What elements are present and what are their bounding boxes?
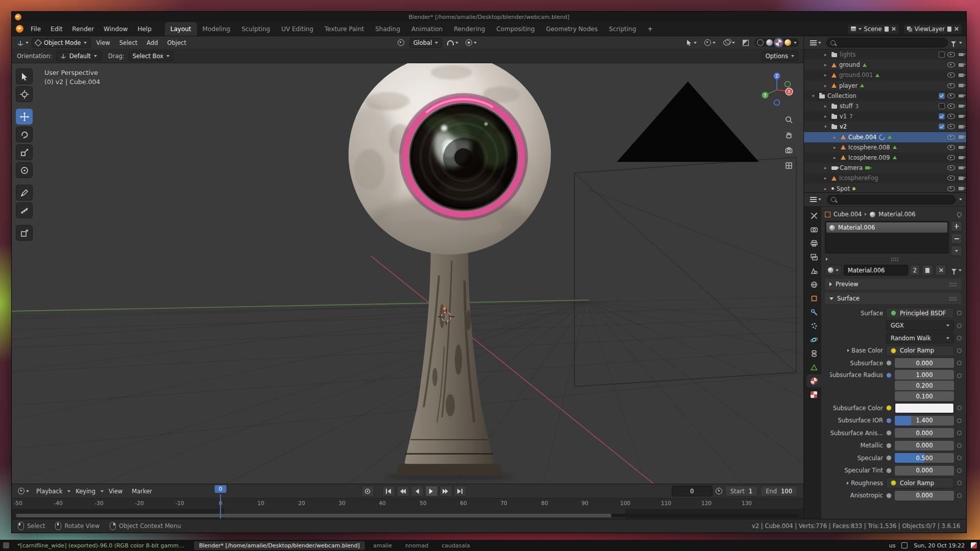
hide-icon[interactable] <box>947 93 955 98</box>
tab-output[interactable] <box>806 237 821 249</box>
pan-hand-icon[interactable] <box>785 131 793 139</box>
render-visibility-icon[interactable] <box>959 63 964 67</box>
selectability-dropdown[interactable] <box>684 38 699 47</box>
animate-dot[interactable] <box>957 493 962 498</box>
tab-animation[interactable]: Animation <box>406 22 448 36</box>
tool-measure[interactable] <box>16 203 33 218</box>
render-visibility-icon[interactable] <box>959 135 964 139</box>
outliner-search-input[interactable] <box>826 38 948 47</box>
navigation-gizmo[interactable]: Z Y X <box>757 70 796 109</box>
shading-material-button[interactable] <box>775 39 782 46</box>
jump-to-end-button[interactable] <box>454 486 467 496</box>
timeline-ruler[interactable]: -50 -40 -30 -20 -10 0 10 20 30 40 50 60 … <box>12 498 803 509</box>
subsurface-anisotropy-slider[interactable]: 0.000 <box>895 428 954 438</box>
tab-scene[interactable] <box>806 264 821 277</box>
animate-dot[interactable] <box>957 336 962 340</box>
expand-icon[interactable]: ▸ <box>824 52 829 57</box>
hide-icon[interactable] <box>947 72 955 78</box>
keyboard-layout-indicator[interactable]: us <box>889 542 896 549</box>
menu-marker[interactable]: Marker <box>128 486 156 496</box>
previous-keyframe-button[interactable] <box>397 486 409 496</box>
animate-dot[interactable] <box>957 468 962 473</box>
specular-tint-slider[interactable]: 0.000 <box>895 466 954 475</box>
outliner-row-stuff[interactable]: ▸stuff3 <box>804 101 966 111</box>
play-button[interactable] <box>425 486 438 496</box>
menu-object[interactable]: Object <box>163 38 190 48</box>
panel-surface[interactable]: Surface <box>825 293 962 304</box>
outliner-row-v2[interactable]: ▾v2 <box>804 121 966 132</box>
radius-z-field[interactable]: 0.100 <box>895 391 954 401</box>
pin-icon[interactable] <box>957 212 962 217</box>
value-socket-icon[interactable] <box>886 418 892 423</box>
outliner-row-spot[interactable]: ▸Spot <box>804 183 966 192</box>
tool-transform[interactable] <box>16 162 33 178</box>
tab-modifiers[interactable] <box>806 306 821 318</box>
expand-icon[interactable]: ▸ <box>834 155 838 160</box>
menu-select[interactable]: Select <box>115 38 141 48</box>
tab-compositing[interactable]: Compositing <box>491 22 540 36</box>
editor-type-button[interactable] <box>15 38 31 47</box>
properties-editor-type-button[interactable] <box>808 196 823 203</box>
properties-search-input[interactable] <box>827 195 955 205</box>
hide-icon[interactable] <box>947 62 955 67</box>
radius-y-field[interactable]: 0.200 <box>895 381 954 390</box>
expand-icon[interactable]: ▸ <box>824 72 829 78</box>
axis-neg-z-handle[interactable] <box>774 100 780 106</box>
copy-material-button[interactable] <box>922 265 933 276</box>
subsurface-method-dropdown[interactable]: Random Walk <box>886 333 954 343</box>
value-socket-icon[interactable] <box>886 493 892 498</box>
tab-uv-editing[interactable]: UV Editing <box>276 22 319 36</box>
tab-material[interactable] <box>806 374 821 387</box>
material-slot-active[interactable]: Material.006 <box>826 222 947 233</box>
window-titlebar[interactable]: Blender* [/home/amalie/Desktop/blender/w… <box>12 12 966 22</box>
expand-icon[interactable]: ▸ <box>824 165 829 170</box>
unlink-scene-icon[interactable] <box>891 27 896 31</box>
material-slot-list[interactable]: Material.006 <box>825 221 949 254</box>
tab-sculpting[interactable]: Sculpting <box>236 22 276 36</box>
filter-icon[interactable] <box>951 269 957 272</box>
menu-render[interactable]: Render <box>67 24 99 34</box>
hide-icon[interactable] <box>947 52 955 57</box>
blender-logo-icon[interactable] <box>16 25 23 33</box>
vector-socket-icon[interactable] <box>886 372 892 378</box>
camera-view-icon[interactable] <box>785 146 793 155</box>
animate-dot[interactable] <box>957 323 962 328</box>
shading-solid-button[interactable] <box>766 39 773 46</box>
color-socket-icon[interactable] <box>886 405 892 411</box>
scene-selector[interactable]: Scene <box>847 24 899 34</box>
taskbar-item-terminal[interactable]: amalie <box>368 541 397 550</box>
menu-view[interactable]: View <box>92 38 114 48</box>
outliner-row-cube-004[interactable]: ▸Cube.004 <box>804 132 966 142</box>
animate-dot[interactable] <box>957 431 962 435</box>
render-visibility-icon[interactable] <box>959 146 964 149</box>
menu-add[interactable]: Add <box>142 38 162 48</box>
shading-wireframe-button[interactable] <box>757 39 764 46</box>
subsurface-ior-slider[interactable]: 1.400 <box>895 416 954 425</box>
tool-select-box[interactable] <box>16 68 33 84</box>
render-visibility-icon[interactable] <box>959 84 964 87</box>
outliner-row-collection[interactable]: ▾Collection <box>804 91 966 101</box>
outliner-row-player[interactable]: ▸player <box>804 81 966 91</box>
outliner-row-icosphere-008[interactable]: ▸Icosphere.008 <box>804 142 966 153</box>
current-frame-field[interactable]: 0 <box>672 486 713 496</box>
browse-material-button[interactable] <box>825 265 842 276</box>
remove-view-layer-icon[interactable] <box>954 27 959 31</box>
orientation-dropdown[interactable]: Default <box>56 51 101 61</box>
viewport-3d[interactable]: User Perspective (0) v2 | Cube.004 <box>12 63 803 484</box>
roughness-node-button[interactable]: Color Ramp <box>886 478 954 488</box>
tab-particles[interactable] <box>806 319 821 332</box>
menu-edit[interactable]: Edit <box>46 24 67 34</box>
render-visibility-icon[interactable] <box>959 115 964 118</box>
webcam-stand[interactable] <box>383 245 516 481</box>
render-visibility-icon[interactable] <box>959 73 964 77</box>
expand-icon[interactable]: ▸ <box>824 114 829 119</box>
animate-dot[interactable] <box>957 406 962 410</box>
expand-icon[interactable]: ▸ <box>824 62 829 67</box>
exclude-checkbox[interactable] <box>939 123 945 130</box>
radius-x-field[interactable]: 1.000 <box>895 370 954 380</box>
exclude-checkbox[interactable] <box>939 103 945 109</box>
animate-dot[interactable] <box>957 361 962 365</box>
axis-neg-y-handle[interactable] <box>785 82 791 87</box>
animate-dot[interactable] <box>957 481 962 485</box>
exclude-checkbox[interactable] <box>939 113 945 119</box>
